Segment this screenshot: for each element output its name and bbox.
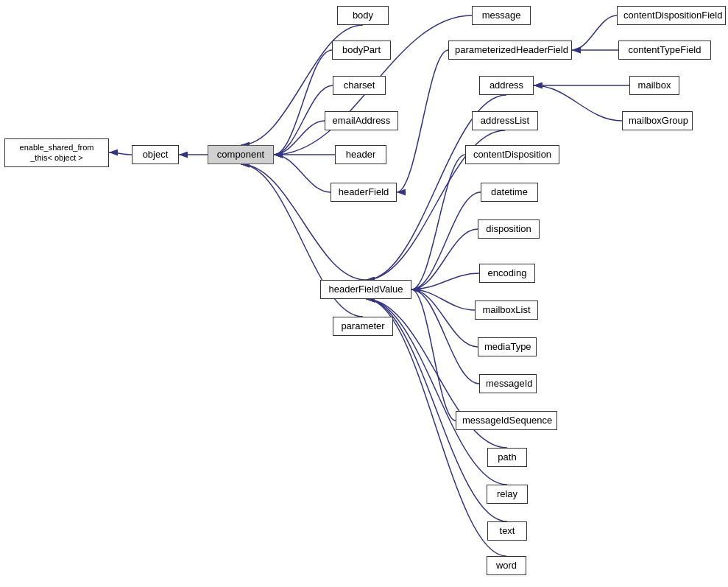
node-parameter: parameter <box>333 317 393 336</box>
node-disposition: disposition <box>478 219 540 239</box>
node-messageIdSequence: messageIdSequence <box>456 411 557 430</box>
node-enable_shared: enable_shared_from _this< object > <box>4 138 109 167</box>
node-mailboxList: mailboxList <box>475 300 538 320</box>
node-address: address <box>479 76 534 95</box>
node-word: word <box>487 556 526 575</box>
node-path: path <box>487 448 527 467</box>
node-headerFieldValue: headerFieldValue <box>320 280 411 299</box>
node-header: header <box>335 145 386 164</box>
node-relay: relay <box>487 485 528 504</box>
node-bodyPart: bodyPart <box>332 41 391 60</box>
diagram-container: bodymessagecontentDispositionFieldbodyPa… <box>0 0 728 587</box>
node-messageId: messageId <box>479 374 537 393</box>
node-contentDispositionField: contentDispositionField <box>617 6 726 25</box>
node-body: body <box>337 6 389 25</box>
node-mediaType: mediaType <box>478 337 537 356</box>
node-mailbox: mailbox <box>629 76 679 95</box>
node-contentDisposition: contentDisposition <box>465 145 559 164</box>
node-headerField: headerField <box>331 183 397 202</box>
node-emailAddress: emailAddress <box>325 111 398 130</box>
node-parameterizedHeaderField: parameterizedHeaderField <box>448 41 572 60</box>
node-component: component <box>208 145 274 164</box>
node-contentTypeField: contentTypeField <box>618 41 711 60</box>
node-datetime: datetime <box>481 183 538 202</box>
node-mailboxGroup: mailboxGroup <box>622 111 693 130</box>
node-charset: charset <box>333 76 386 95</box>
node-text: text <box>487 521 527 541</box>
node-object: object <box>132 145 179 164</box>
node-addressList: addressList <box>472 111 538 130</box>
node-encoding: encoding <box>479 264 535 283</box>
node-message: message <box>472 6 531 25</box>
